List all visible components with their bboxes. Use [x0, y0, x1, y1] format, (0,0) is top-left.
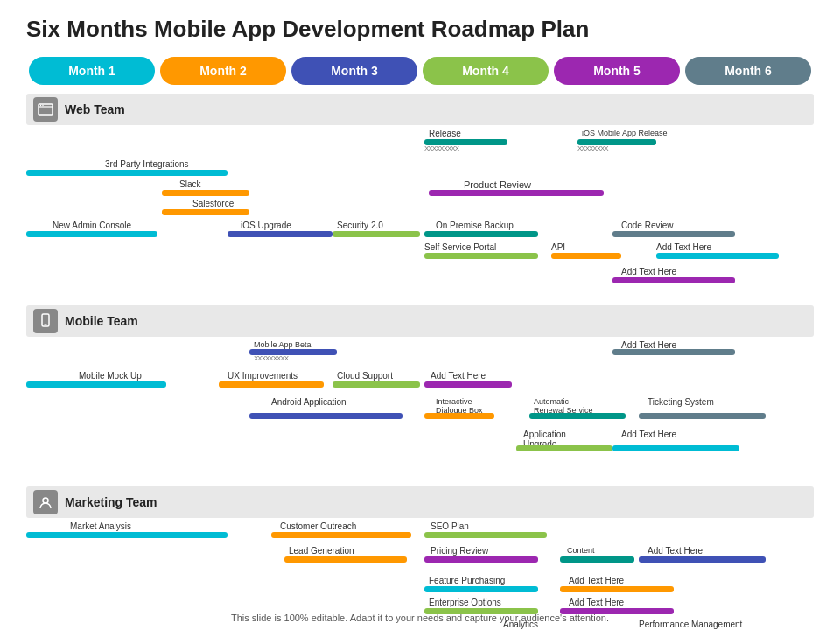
ios-release-label: iOS Mobile App Release	[582, 129, 668, 137]
add-text-mob1-bar	[612, 349, 735, 355]
slide: Six Months Mobile App Development Roadma…	[0, 0, 840, 630]
auto-renewal-label: AutomaticRenewal Service	[534, 397, 593, 415]
self-service-bar	[424, 253, 538, 259]
salesforce-row: Salesforce	[26, 199, 814, 218]
cloud-support-label: Cloud Support	[337, 371, 393, 381]
content-review-bar	[560, 556, 634, 563]
salesforce-label: Salesforce	[192, 199, 234, 208]
slack-label: Slack	[179, 179, 200, 189]
ux-improvements-bar	[219, 382, 324, 388]
api-label: API	[551, 242, 565, 252]
pricing-review-bar	[424, 556, 538, 563]
cloud-support-bar	[332, 382, 420, 388]
svg-point-6	[43, 498, 48, 503]
add-text-web1-label: Add Text Here	[656, 242, 711, 252]
add-text-web2-label: Add Text Here	[621, 267, 676, 276]
month-4-pill: Month 4	[423, 57, 549, 85]
ticketing-bar	[639, 413, 766, 419]
3rd-party-row: 3rd Party Integrations	[26, 159, 814, 178]
month-5-pill: Month 5	[554, 57, 680, 85]
product-review-bar	[429, 190, 604, 196]
lead-gen-label: Lead Generation	[289, 546, 354, 556]
interactive-bar	[424, 413, 494, 419]
salesforce-bar	[162, 209, 249, 215]
ux-improvements-label: UX Improvements	[228, 371, 298, 381]
svg-point-3	[42, 105, 43, 106]
feature-purchasing-label: Feature Purchasing	[429, 576, 505, 585]
android-app-label: Android Application	[271, 397, 346, 407]
on-premise-bar	[424, 231, 538, 237]
seo-plan-bar	[424, 532, 547, 538]
auto-renewal-bar	[529, 413, 626, 419]
customer-outreach-bar	[271, 532, 411, 538]
release-label: Release	[429, 129, 461, 138]
web-team-gantt: Release XXXXXXXXX iOS Mobile App Release…	[26, 129, 814, 304]
3rd-party-label: 3rd Party Integrations	[105, 159, 189, 169]
add-text-web2-bar	[612, 277, 735, 284]
new-admin-bar	[26, 231, 158, 237]
ios-release-x: XXXXXXXX	[578, 144, 608, 152]
add-text-mkt1-bar	[639, 556, 766, 563]
footnote: This slide is 100% editable. Adapt it to…	[0, 612, 840, 623]
add-text-mob3-label: Add Text Here	[621, 430, 676, 439]
code-review-label: Code Review	[621, 220, 673, 230]
mobile-team-gantt: Mobile App Beta XXXXXXXXX Add Text Here …	[26, 340, 814, 485]
3rd-party-bar	[26, 170, 228, 176]
release-row: Release XXXXXXXXX iOS Mobile App Release…	[26, 129, 814, 148]
seo-plan-label: SEO Plan	[430, 522, 469, 531]
mobile-team-name: Mobile Team	[65, 314, 138, 328]
svg-point-2	[40, 105, 41, 106]
product-review-label: Product Review	[464, 179, 531, 190]
lead-gen-bar	[284, 556, 407, 563]
add-text-mkt1-label: Add Text Here	[648, 546, 703, 556]
slack-bar	[162, 190, 249, 196]
add-text-mob3-bar	[612, 445, 739, 452]
ticketing-label: Ticketing System	[648, 397, 714, 407]
market-analysis-bar	[26, 532, 228, 538]
marketing-team-header: Marketing Team	[26, 486, 814, 518]
security-bar	[332, 231, 420, 237]
interactive-label: InteractiveDialogue Box	[436, 397, 483, 415]
add-text-web1-bar	[656, 253, 779, 259]
add-text-mkt2-label: Add Text Here	[569, 576, 624, 585]
month-1-pill: Month 1	[29, 57, 155, 85]
app-upgrade-bar	[516, 445, 612, 452]
api-bar	[551, 253, 621, 259]
security-label: Security 2.0	[337, 220, 383, 230]
code-review-bar	[612, 231, 735, 237]
pricing-review-label: Pricing Review	[430, 546, 488, 556]
mobile-beta-x: XXXXXXXXX	[254, 354, 288, 362]
feature-purchasing-bar	[424, 586, 538, 592]
release-x: XXXXXXXXX	[424, 144, 458, 152]
page-title: Six Months Mobile App Development Roadma…	[26, 16, 814, 43]
web-team-header: Web Team	[26, 94, 814, 125]
marketing-team-name: Marketing Team	[65, 495, 158, 509]
on-premise-label: On Premise Backup	[436, 220, 514, 230]
mobile-mockup-label: Mobile Mock Up	[79, 371, 142, 381]
market-analysis-label: Market Analysis	[70, 522, 131, 531]
web-team-icon	[33, 97, 58, 122]
ios-upgrade-label: iOS Upgrade	[241, 220, 291, 230]
new-admin-label: New Admin Console	[52, 220, 131, 230]
ios-upgrade-bar	[228, 231, 332, 237]
mobile-mockup-bar	[26, 382, 166, 388]
add-text-mob2-bar	[424, 382, 512, 388]
mobile-app-beta-label: Mobile App Beta	[254, 340, 312, 349]
enterprise-options-label: Enterprise Options	[429, 598, 501, 607]
add-text-mob2-label: Add Text Here	[430, 371, 486, 381]
month-6-pill: Month 6	[685, 57, 811, 85]
self-service-label: Self Service Portal	[424, 242, 496, 252]
android-app-bar	[249, 413, 402, 419]
month-3-pill: Month 3	[291, 57, 417, 85]
mobile-team-icon	[33, 309, 58, 333]
customer-outreach-label: Customer Outreach	[280, 522, 356, 531]
month-2-pill: Month 2	[160, 57, 286, 85]
web-team-name: Web Team	[65, 102, 125, 116]
mobile-team-header: Mobile Team	[26, 305, 814, 337]
marketing-team-icon	[33, 490, 58, 514]
add-text-mkt2-bar	[560, 586, 674, 592]
months-row: Month 1 Month 2 Month 3 Month 4 Month 5 …	[26, 57, 814, 85]
slack-row: Slack	[26, 179, 814, 199]
add-text-mkt3-label: Add Text Here	[569, 598, 624, 607]
